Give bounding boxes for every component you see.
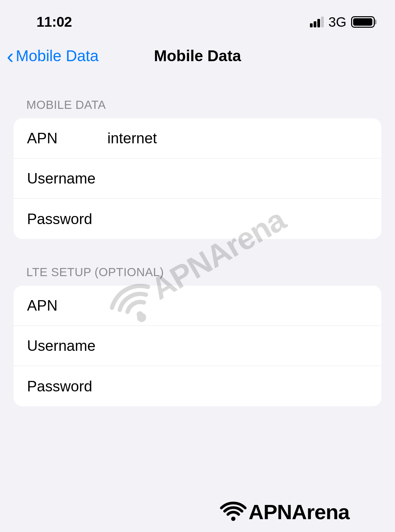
- network-type: 3G: [328, 15, 346, 30]
- status-indicators: 3G: [310, 15, 375, 30]
- label-lte-apn: APN: [27, 297, 107, 314]
- label-username: Username: [27, 170, 107, 187]
- input-lte-apn[interactable]: [107, 297, 368, 314]
- back-label: Mobile Data: [16, 47, 99, 65]
- group-mobile-data: APN Username Password: [14, 118, 381, 239]
- label-password: Password: [27, 211, 107, 227]
- row-password[interactable]: Password: [14, 199, 381, 239]
- input-lte-username[interactable]: [107, 337, 368, 354]
- input-apn[interactable]: [107, 130, 368, 147]
- svg-point-1: [231, 516, 236, 521]
- row-lte-apn[interactable]: APN: [14, 286, 381, 326]
- watermark-bottom: APNArena: [220, 498, 349, 525]
- label-lte-password: Password: [27, 378, 107, 395]
- input-lte-password[interactable]: [107, 378, 368, 395]
- row-lte-password[interactable]: Password: [14, 366, 381, 406]
- section-header-mobile-data: MOBILE DATA: [0, 98, 395, 118]
- status-time: 11:02: [36, 14, 72, 30]
- row-lte-username[interactable]: Username: [14, 326, 381, 366]
- wifi-icon: [220, 498, 247, 525]
- label-apn: APN: [27, 130, 107, 147]
- back-button[interactable]: ‹ Mobile Data: [7, 44, 99, 68]
- signal-icon: [310, 17, 324, 27]
- watermark-text: APNArena: [248, 500, 349, 524]
- chevron-left-icon: ‹: [7, 44, 14, 68]
- group-lte-setup: APN Username Password: [14, 286, 381, 406]
- input-username[interactable]: [107, 170, 368, 187]
- row-apn[interactable]: APN: [14, 118, 381, 159]
- battery-icon: [351, 16, 375, 28]
- row-username[interactable]: Username: [14, 159, 381, 199]
- input-password[interactable]: [107, 211, 368, 227]
- page-title: Mobile Data: [154, 47, 241, 65]
- content: MOBILE DATA APN Username Password LTE SE…: [0, 78, 395, 406]
- status-bar: 11:02 3G: [0, 0, 395, 37]
- section-header-lte-setup: LTE SETUP (OPTIONAL): [0, 265, 395, 286]
- navigation-bar: ‹ Mobile Data Mobile Data: [0, 37, 395, 78]
- label-lte-username: Username: [27, 337, 107, 354]
